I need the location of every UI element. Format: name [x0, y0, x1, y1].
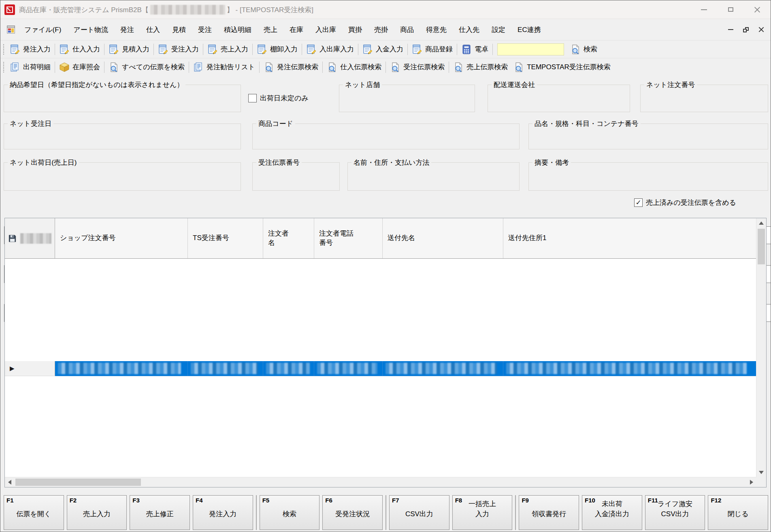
- row-header-cell[interactable]: ▶: [5, 361, 55, 376]
- column-header-orderer-name[interactable]: 注文者 名: [263, 218, 314, 258]
- form-pencil-icon: [257, 44, 267, 55]
- redacted-cell-value: [191, 363, 258, 374]
- product-register-button[interactable]: 商品登録: [409, 43, 456, 56]
- toolbar-separator: [55, 44, 55, 55]
- deposit-entry-button-label: 入金入力: [376, 45, 403, 54]
- f12-close-button[interactable]: F12閉じる: [708, 495, 768, 530]
- f8-bulk-sales-entry-button[interactable]: F8一括売上 入力: [452, 495, 513, 530]
- scroll-up-button[interactable]: [756, 218, 766, 228]
- checkbox-box: [248, 94, 257, 102]
- menu-item-14[interactable]: 仕入先: [453, 25, 486, 34]
- order-entry-button[interactable]: 発注入力: [7, 43, 53, 56]
- menu-item-5[interactable]: 受注: [192, 25, 218, 34]
- shipping-detail-button[interactable]: 出荷明細: [7, 61, 53, 74]
- menu-item-3[interactable]: 仕入: [140, 25, 166, 34]
- scroll-left-button[interactable]: [5, 477, 15, 487]
- purchase-entry-button[interactable]: 仕入入力: [56, 43, 103, 56]
- f3-sales-edit-button-label: 売上修正: [131, 496, 189, 519]
- toolbar-separator: [252, 44, 253, 55]
- sales-entry-button[interactable]: 売上入力: [204, 43, 251, 56]
- mdi-window-controls: [728, 19, 765, 40]
- restore-icon: [743, 27, 749, 32]
- quick-search-input[interactable]: [497, 43, 564, 55]
- unshipped-only-checkbox[interactable]: 出荷日未定のみ: [248, 94, 309, 103]
- toolbar-separator: [153, 44, 154, 55]
- f7-csv-export-button[interactable]: F7CSV出力: [389, 495, 449, 530]
- column-header-dest-address1[interactable]: 送付先住所1: [503, 218, 757, 258]
- window-maximize-button[interactable]: [717, 0, 744, 19]
- function-key-bar: F1伝票を開くF2売上入力F3売上修正F4発注入力F5検索F6受発注状況F7CS…: [4, 495, 768, 530]
- app-icon: [4, 4, 15, 15]
- search-button[interactable]: 検索: [567, 43, 600, 56]
- f12-close-button-label: 閉じる: [709, 496, 767, 519]
- f4-order-entry-button[interactable]: F4発注入力: [193, 495, 253, 530]
- tempostar-order-slip-search-button[interactable]: TEMPOSTAR受注伝票検索: [511, 61, 613, 74]
- window-minimize-button[interactable]: [690, 0, 717, 19]
- f11-life-cheap-csv-button[interactable]: F11ライフ激安 CSV出力: [645, 495, 705, 530]
- column-header-ts-order-no[interactable]: TS受注番号: [188, 218, 263, 258]
- search-all-slips-button[interactable]: すべての伝票を検索: [106, 61, 187, 74]
- mdi-restore-button[interactable]: [743, 27, 749, 32]
- f6-order-status-button[interactable]: F6受発注状況: [322, 495, 383, 530]
- menu-item-7[interactable]: 売上: [258, 25, 283, 34]
- calculator-button[interactable]: 電卓: [458, 43, 491, 56]
- sales-order-slip-search-button[interactable]: 受注伝票検索: [387, 61, 447, 74]
- window-title-suffix: 】 - [TEMPOSTAR受注検索]: [227, 6, 313, 14]
- sales-order-entry-button[interactable]: 受注入力: [155, 43, 202, 56]
- column-header-dest-name[interactable]: 送付先名: [383, 218, 503, 258]
- menu-item-0[interactable]: ファイル(F): [18, 25, 67, 34]
- grid-horizontal-scrollbar[interactable]: [5, 477, 756, 487]
- menu-item-13[interactable]: 得意先: [420, 25, 453, 34]
- window-close-button[interactable]: [744, 0, 771, 19]
- stocktake-entry-button-label: 棚卸入力: [270, 45, 298, 54]
- grid-vertical-scrollbar[interactable]: [756, 218, 766, 477]
- doc-search-icon: [453, 62, 464, 72]
- mdi-close-button[interactable]: [758, 26, 765, 33]
- table-row-0[interactable]: ▶: [5, 361, 757, 376]
- menu-item-11[interactable]: 売掛: [368, 25, 394, 34]
- column-header-rowheader[interactable]: [5, 218, 55, 258]
- scroll-right-button[interactable]: [747, 477, 756, 487]
- include-sold-checkbox[interactable]: 売上済みの受注伝票を含める: [634, 198, 736, 207]
- f3-sales-edit-button[interactable]: F3売上修正: [130, 495, 190, 530]
- f5-search-button[interactable]: F5検索: [260, 495, 320, 530]
- stocktake-entry-button[interactable]: 棚卸入力: [254, 43, 300, 56]
- fkey-separator: [256, 495, 257, 530]
- net-order-no-label: ネット注文番号: [644, 80, 697, 89]
- vertical-scroll-thumb[interactable]: [758, 229, 765, 264]
- menu-item-4[interactable]: 見積: [166, 25, 192, 34]
- f9-receipt-issue-button[interactable]: F9領収書発行: [519, 495, 579, 530]
- column-header-shop-order-no[interactable]: ショップ注文番号: [55, 218, 188, 258]
- minimize-icon: [701, 9, 707, 10]
- menu-item-9[interactable]: 入出庫: [309, 25, 342, 34]
- search-filter-panel: 納品希望日（希望日指定がないものは表示されません） 2022年 9月 1日 ～ …: [0, 76, 771, 212]
- menu-item-10[interactable]: 買掛: [342, 25, 368, 34]
- order-recommend-list-button[interactable]: 発注勧告リスト: [190, 61, 258, 74]
- menu-item-8[interactable]: 在庫: [283, 25, 309, 34]
- toolbar-grip[interactable]: [3, 44, 4, 55]
- redacted-header-text: [20, 233, 51, 244]
- f1-open-slip-button[interactable]: F1伝票を開く: [4, 495, 64, 530]
- purchase-slip-search-button[interactable]: 仕入伝票検索: [324, 61, 384, 74]
- order-slip-search-button[interactable]: 発注伝票検索: [261, 61, 321, 74]
- warehouse-io-entry-button[interactable]: 入出庫入力: [303, 43, 357, 56]
- f10-unshipped-paid-export-button[interactable]: F10未出荷 入金済出力: [582, 495, 642, 530]
- menu-item-15[interactable]: 設定: [486, 25, 511, 34]
- scroll-down-button[interactable]: [756, 468, 766, 477]
- doc-search-icon: [327, 62, 337, 72]
- menu-item-6[interactable]: 積込明細: [218, 25, 258, 34]
- f2-sales-entry-button[interactable]: F2売上入力: [67, 495, 127, 530]
- sales-slip-search-button[interactable]: 売上伝票検索: [450, 61, 511, 74]
- toolbar-grip[interactable]: [3, 62, 4, 73]
- mdi-minimize-button[interactable]: [728, 29, 733, 30]
- horizontal-scroll-thumb[interactable]: [15, 479, 141, 486]
- menu-item-2[interactable]: 発注: [114, 25, 140, 34]
- menu-item-12[interactable]: 商品: [394, 25, 420, 34]
- deposit-entry-button[interactable]: 入金入力: [360, 43, 406, 56]
- doc-search-icon: [390, 62, 400, 72]
- menu-item-16[interactable]: EC連携: [511, 25, 547, 34]
- stock-inquiry-button[interactable]: 在庫照会: [56, 61, 103, 74]
- menu-item-1[interactable]: アート物流: [67, 25, 114, 34]
- estimate-entry-button[interactable]: 見積入力: [106, 43, 152, 56]
- column-header-orderer-phone[interactable]: 注文者電話 番号: [314, 218, 383, 258]
